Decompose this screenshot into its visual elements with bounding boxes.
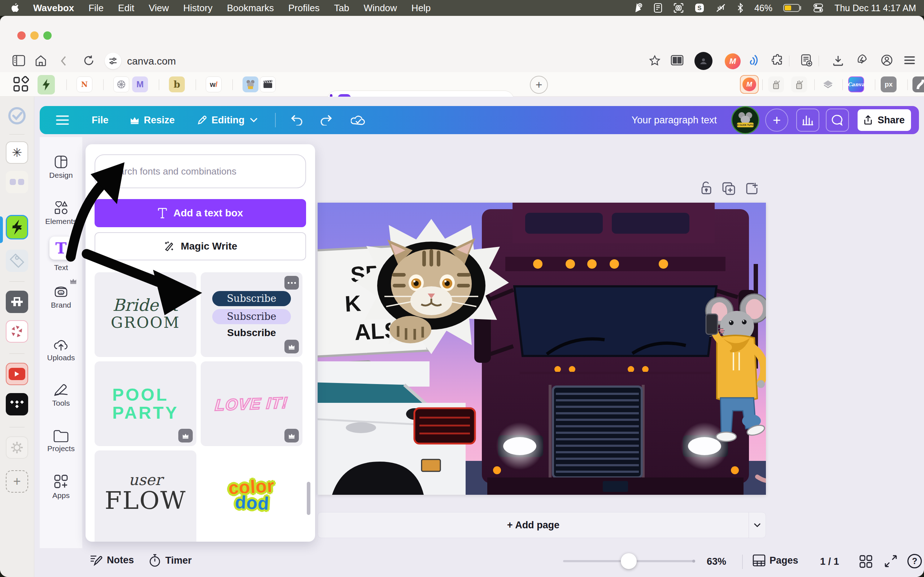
home-icon[interactable] xyxy=(35,55,47,66)
grid-view-icon[interactable] xyxy=(859,554,873,568)
pages-button[interactable]: Pages xyxy=(752,554,798,567)
sidebar-item-projects[interactable]: Projects xyxy=(40,429,82,453)
undo-icon[interactable] xyxy=(291,115,303,126)
back-icon[interactable] xyxy=(60,56,67,66)
redo-icon[interactable] xyxy=(320,115,332,126)
energy-saver-icon[interactable] xyxy=(856,54,868,66)
canva-file-button[interactable]: File xyxy=(92,115,109,126)
downloads-icon[interactable] xyxy=(832,55,844,66)
favicon-rings[interactable] xyxy=(113,76,129,92)
rail-add-app-button[interactable]: + xyxy=(6,470,28,493)
font-search-input[interactable] xyxy=(95,155,305,187)
font-card-pool-party[interactable]: POOL PARTY xyxy=(95,361,196,446)
rail-chatgpt-app-icon[interactable]: ✳ xyxy=(6,141,28,164)
rail-todo-app-icon[interactable] xyxy=(6,105,28,127)
rail-tidal-app-icon[interactable] xyxy=(6,393,28,416)
canva-resize-button[interactable]: Resize xyxy=(144,115,175,126)
menu-profiles[interactable]: Profiles xyxy=(288,3,320,14)
menu-help[interactable]: Help xyxy=(412,3,431,14)
bluetooth-icon[interactable] xyxy=(737,3,743,13)
screenshot-icon[interactable] xyxy=(674,3,683,13)
font-card-color-pop[interactable]: color pop xyxy=(201,450,302,542)
design-canvas[interactable]: SE K ALS xyxy=(318,203,766,495)
s-status-icon[interactable]: S xyxy=(695,3,704,13)
wavebox-flash-tab-icon[interactable] xyxy=(37,75,55,95)
font-card-subscribe[interactable]: Subscribe Subscribe Subscribe xyxy=(201,272,302,357)
menu-clock[interactable]: Thu Dec 11 4:17 AM xyxy=(835,3,916,13)
rail-wavebox-active-app-icon[interactable] xyxy=(6,215,28,239)
pinned-tool-icon[interactable] xyxy=(768,76,784,92)
help-icon[interactable]: ? xyxy=(908,554,922,568)
control-center-icon[interactable] xyxy=(813,3,824,13)
sound-muted-icon[interactable] xyxy=(716,3,726,13)
rail-recycle-app-icon[interactable] xyxy=(6,320,28,343)
apple-icon[interactable] xyxy=(11,3,19,13)
notes-button[interactable]: Notes xyxy=(89,554,134,566)
favicon-mouse[interactable] xyxy=(242,76,258,92)
site-settings-icon[interactable] xyxy=(105,53,121,69)
pinned-tool-icon[interactable] xyxy=(791,76,807,92)
rail-tag-app-icon[interactable] xyxy=(6,250,28,272)
add-text-box-button[interactable]: Add a text box xyxy=(95,199,306,227)
mojeek-extension-icon[interactable]: M xyxy=(725,53,741,69)
zoom-slider-thumb[interactable] xyxy=(621,553,637,569)
font-card-user-flow[interactable]: user FLOW xyxy=(95,450,196,542)
user-avatar[interactable]: MOUSE CLICK TUTORIALS xyxy=(731,106,759,134)
menu-history[interactable]: History xyxy=(183,3,213,14)
notes-icon[interactable] xyxy=(653,3,663,13)
rail-settings-gear-icon[interactable] xyxy=(6,436,28,459)
duplicate-page-icon[interactable] xyxy=(722,182,736,195)
menu-edit[interactable]: Edit xyxy=(118,3,134,14)
font-card-bride-groom[interactable]: Bride & GROOM xyxy=(95,272,196,357)
panel-scrollbar[interactable] xyxy=(307,482,310,515)
favicon-n[interactable]: N xyxy=(76,76,92,92)
more-options-button[interactable] xyxy=(284,276,299,290)
menu-view[interactable]: View xyxy=(149,3,169,14)
menu-window[interactable]: Window xyxy=(363,3,397,14)
mojeek-pinned-icon[interactable]: M xyxy=(740,75,759,94)
menu-file[interactable]: File xyxy=(89,3,103,14)
add-page-bar[interactable]: + Add page xyxy=(318,512,766,538)
rail-glasses-app-icon[interactable] xyxy=(6,171,28,193)
px-pinned-icon[interactable]: px xyxy=(881,76,897,92)
canva-doc-title[interactable]: Your paragraph text xyxy=(632,115,717,126)
reload-icon[interactable] xyxy=(83,55,95,66)
sidebar-item-apps[interactable]: Apps xyxy=(40,474,82,500)
maximize-window-button[interactable] xyxy=(43,31,52,40)
favicon-w[interactable]: w/ xyxy=(206,76,221,92)
split-view-icon[interactable] xyxy=(670,55,683,66)
account-icon[interactable] xyxy=(881,54,893,66)
add-page-icon[interactable] xyxy=(745,182,759,195)
favicon-mail[interactable]: M xyxy=(132,76,148,92)
sidebar-item-brand[interactable]: co Brand xyxy=(40,284,82,309)
invite-plus-button[interactable]: + xyxy=(765,108,788,132)
rail-bench-app-icon[interactable] xyxy=(6,291,28,313)
sidebar-item-uploads[interactable]: Uploads xyxy=(40,338,82,362)
extensions-icon[interactable] xyxy=(772,54,784,66)
note-add-icon[interactable] xyxy=(801,54,812,66)
chevron-down-icon[interactable] xyxy=(250,118,258,122)
rail-youtube-app-icon[interactable] xyxy=(6,363,28,385)
browser-menu-icon[interactable] xyxy=(904,55,915,66)
menu-bookmarks[interactable]: Bookmarks xyxy=(227,3,274,14)
cloud-sync-icon[interactable] xyxy=(351,114,366,126)
font-card-love-it[interactable]: LOVE IT! xyxy=(201,361,302,446)
sidebar-item-tools[interactable]: Tools xyxy=(40,382,82,408)
minimize-window-button[interactable] xyxy=(30,31,39,40)
canva-menu-icon[interactable] xyxy=(56,115,69,126)
menu-tab[interactable]: Tab xyxy=(334,3,349,14)
favicon-b[interactable]: b xyxy=(169,76,185,92)
url-field[interactable]: canva.com xyxy=(127,56,176,67)
sidebar-item-text[interactable]: T Text xyxy=(40,237,82,272)
close-window-button[interactable] xyxy=(17,31,26,40)
browser-profile-avatar[interactable] xyxy=(695,52,712,70)
sidebar-item-design[interactable]: Design xyxy=(40,155,82,180)
canva-pinned-icon[interactable]: Canva xyxy=(848,76,864,92)
sidebar-toggle-icon[interactable] xyxy=(12,55,25,66)
favicon-clapperboard[interactable] xyxy=(260,76,276,92)
add-page-chevron-button[interactable] xyxy=(749,513,766,538)
timer-button[interactable]: Timer xyxy=(149,554,192,567)
sidebar-item-elements[interactable]: Elements xyxy=(40,200,82,226)
apps-grid-icon[interactable] xyxy=(12,76,30,93)
lock-icon[interactable] xyxy=(700,181,712,195)
